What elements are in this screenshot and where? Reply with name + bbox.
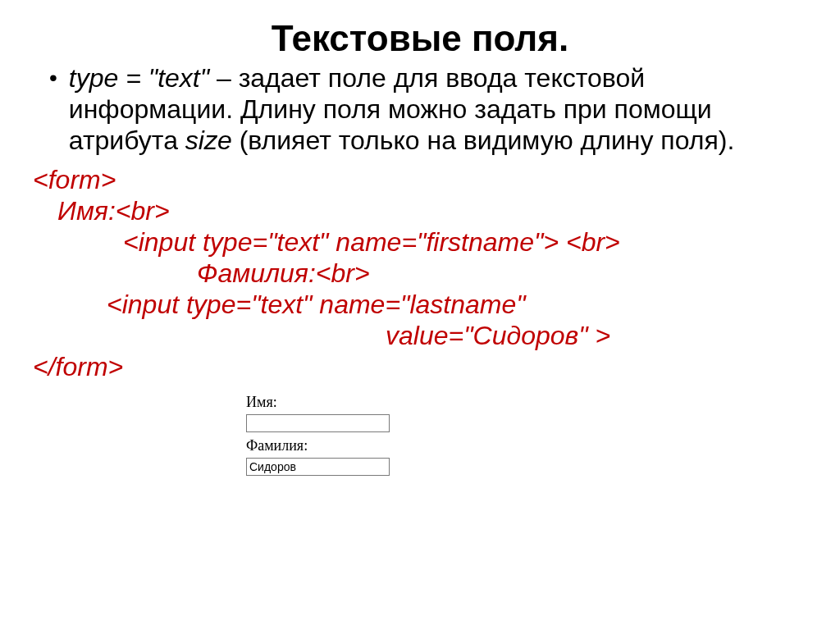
code-example: <form> Имя:<br> <input type="text" name=… xyxy=(33,164,807,382)
form-preview: Имя: Фамилия: xyxy=(246,394,807,476)
bullet-text: type = "text" – задает поле для ввода те… xyxy=(69,62,807,156)
bullet-tail: (влияет только на видимую длину поля). xyxy=(232,126,735,155)
code-line-4: Фамилия:<br> xyxy=(33,258,807,289)
firstname-field[interactable] xyxy=(246,414,390,432)
slide-content: Текстовые поля. • type = "text" – задает… xyxy=(0,0,840,476)
code-line-2: Имя:<br> xyxy=(33,195,807,226)
code-line-1: <form> xyxy=(33,164,807,195)
code-line-5: <input type="text" name="lastname" xyxy=(33,289,807,320)
code-line-7: </form> xyxy=(33,351,807,382)
firstname-label: Имя: xyxy=(246,394,807,411)
bullet-lead: type = "text" xyxy=(69,63,209,93)
code-line-6: value="Сидоров" > xyxy=(33,320,807,351)
bullet-marker: • xyxy=(49,62,57,94)
code-line-3: <input type="text" name="firstname"> <br… xyxy=(33,226,807,258)
bullet-size-word: size xyxy=(185,126,232,155)
bullet-item: • type = "text" – задает поле для ввода … xyxy=(49,62,807,156)
lastname-field[interactable] xyxy=(246,458,390,476)
page-title: Текстовые поля. xyxy=(33,18,807,59)
lastname-label: Фамилия: xyxy=(246,437,807,454)
